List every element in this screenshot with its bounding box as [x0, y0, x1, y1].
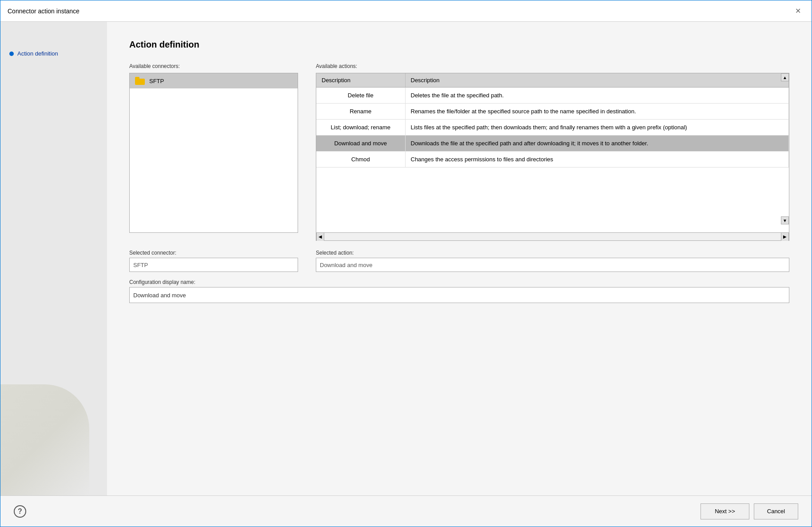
left-panel: Available connectors: SFTP: [129, 63, 298, 241]
sidebar-decoration: [0, 384, 89, 495]
connector-list[interactable]: SFTP: [129, 73, 298, 233]
help-button[interactable]: ?: [14, 505, 26, 518]
action-name: Delete file: [316, 88, 405, 104]
horizontal-scrollbar: ◀ ▶: [316, 233, 789, 241]
sidebar-item-action-definition[interactable]: Action definition: [9, 48, 98, 59]
scroll-left-button[interactable]: ◀: [316, 233, 324, 241]
actions-table-container: ▲ Description Description Delete fi: [316, 73, 789, 241]
selected-connector-input[interactable]: [129, 258, 298, 272]
scroll-right-button[interactable]: ▶: [781, 233, 789, 241]
close-button[interactable]: ✕: [791, 4, 804, 18]
next-button[interactable]: Next >>: [701, 503, 749, 519]
scroll-up-button[interactable]: ▲: [781, 73, 789, 81]
action-description: Changes the access permissions to files …: [405, 152, 789, 168]
action-description: Renames the file/folder at the specified…: [405, 104, 789, 120]
selected-connector-group: Selected connector:: [129, 250, 298, 272]
cancel-button[interactable]: Cancel: [754, 503, 798, 519]
content-area: Action definition Action definition Avai…: [0, 22, 812, 495]
col-header-1: Description: [316, 73, 405, 88]
config-display-name-label: Configuration display name:: [129, 279, 789, 285]
action-name: List; download; rename: [316, 120, 405, 136]
selected-action-group: Selected action:: [316, 250, 789, 272]
footer-buttons: Next >> Cancel: [701, 503, 798, 519]
col-header-2: Description: [405, 73, 789, 88]
connector-name: SFTP: [149, 78, 164, 84]
scroll-down-button[interactable]: ▼: [781, 216, 789, 224]
action-name: Rename: [316, 104, 405, 120]
action-description: Downloads the file at the specified path…: [405, 136, 789, 152]
right-panel: Available actions: ▲ Description Descrip…: [316, 63, 789, 241]
table-row[interactable]: Chmod Changes the access permissions to …: [316, 152, 789, 168]
config-display-name-input[interactable]: [129, 287, 789, 303]
main-window: Connector action instance ✕ Action defin…: [0, 0, 812, 527]
selected-fields-row: Selected connector: Selected action:: [129, 250, 789, 272]
selected-action-input[interactable]: [316, 258, 789, 272]
sidebar-bullet: [9, 52, 14, 56]
form-section: Available connectors: SFTP Available act…: [129, 63, 789, 241]
sidebar: Action definition: [0, 22, 107, 495]
folder-icon: [135, 77, 145, 85]
connector-item-sftp[interactable]: SFTP: [130, 73, 298, 88]
table-row[interactable]: Download and move Downloads the file at …: [316, 136, 789, 152]
page-title: Action definition: [129, 40, 789, 50]
footer: ? Next >> Cancel: [0, 495, 812, 527]
available-connectors-label: Available connectors:: [129, 63, 298, 69]
actions-table[interactable]: ▲ Description Description Delete fi: [316, 73, 789, 233]
window-title: Connector action instance: [8, 8, 80, 15]
available-actions-label: Available actions:: [316, 63, 789, 69]
title-bar: Connector action instance ✕: [0, 0, 812, 22]
selected-connector-label: Selected connector:: [129, 250, 298, 256]
main-content: Action definition Available connectors: …: [107, 22, 812, 495]
sidebar-item-label: Action definition: [17, 50, 58, 57]
table-row[interactable]: List; download; rename Lists files at th…: [316, 120, 789, 136]
action-name: Download and move: [316, 136, 405, 152]
action-name: Chmod: [316, 152, 405, 168]
scroll-track: [324, 233, 781, 240]
table-row[interactable]: Rename Renames the file/folder at the sp…: [316, 104, 789, 120]
config-name-section: Configuration display name:: [129, 279, 789, 303]
action-description: Deletes the file at the specified path.: [405, 88, 789, 104]
action-description: Lists files at the specified path; then …: [405, 120, 789, 136]
selected-action-label: Selected action:: [316, 250, 789, 256]
table-row[interactable]: Delete file Deletes the file at the spec…: [316, 88, 789, 104]
